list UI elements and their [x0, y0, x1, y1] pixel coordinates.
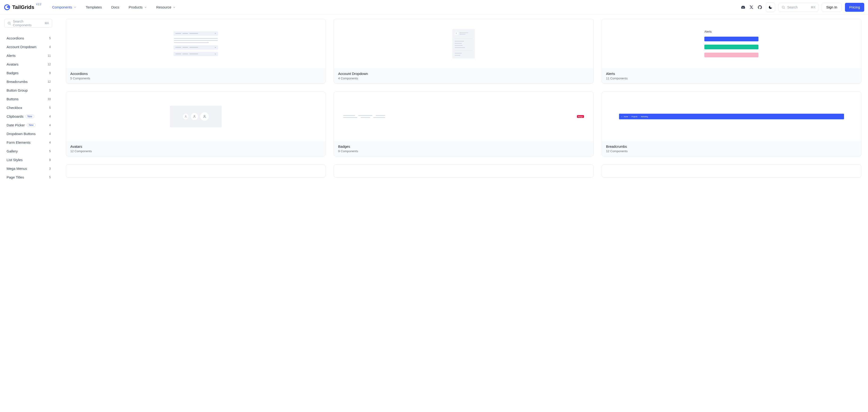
sidebar-item-gallery[interactable]: Gallery5 [7, 147, 51, 155]
github-icon[interactable] [757, 5, 763, 10]
sidebar-item-badges[interactable]: Badges9 [7, 69, 51, 77]
sidebar-item-label: Avatars [7, 62, 19, 66]
sidebar-item-count: 5 [49, 106, 51, 109]
sidebar-list[interactable]: Accordions5Account Dropdown4Alerts11Avat… [4, 34, 52, 182]
card-preview [66, 19, 326, 68]
signin-button[interactable]: Sign In [822, 3, 842, 12]
chevron-down-icon [214, 53, 216, 55]
sidebar-item-checkbox[interactable]: Checkbox5 [7, 104, 51, 111]
x-twitter-icon[interactable] [749, 5, 754, 10]
theme-toggle[interactable] [766, 3, 775, 12]
card-preview [334, 165, 593, 177]
discord-icon[interactable] [740, 5, 745, 10]
sidebar-item-accordions[interactable]: Accordions5 [7, 34, 51, 42]
preview-badges: Badge [339, 115, 588, 118]
sidebar-item-count: 3 [49, 89, 51, 92]
card-sub: 5 Components [70, 76, 321, 80]
sidebar-item-page-titles[interactable]: Page Titles5 [7, 173, 51, 181]
sidebar-item-count: 5 [49, 176, 51, 179]
sidebar-item-label: Badges [7, 71, 19, 75]
nav-resource[interactable]: Resource [156, 5, 176, 9]
main-nav: ComponentsTemplatesDocsProductsResource [52, 5, 176, 9]
card-badges[interactable]: Badge Badges 9 Components [334, 92, 593, 157]
sidebar-item-dropdown-buttons[interactable]: Dropdown Buttons4 [7, 130, 51, 138]
sidebar-item-alerts[interactable]: Alerts11 [7, 52, 51, 60]
header-right: Search ⌘K Sign In Pricing [740, 3, 864, 12]
crumb: Marketing [641, 116, 648, 117]
sidebar-item-button-group[interactable]: Button Group3 [7, 87, 51, 94]
card-alerts[interactable]: Alerts Alerts 11 Components [601, 19, 861, 83]
card-partial[interactable] [66, 164, 326, 178]
nav-components[interactable]: Components [52, 5, 76, 9]
crumb: Home [624, 116, 628, 117]
sidebar-item-clipboards[interactable]: ClipboardsNew4 [7, 112, 51, 120]
sidebar-item-label: Mega Menus [7, 167, 27, 171]
sidebar-item-count: 33 [48, 98, 51, 101]
new-badge: New [27, 123, 36, 127]
chevron-down-icon [144, 6, 147, 9]
badge-preview: Badge [577, 115, 584, 118]
sidebar-item-form-elements[interactable]: Form Elements4 [7, 139, 51, 146]
card-partial[interactable] [601, 164, 861, 178]
sidebar-item-count: 4 [49, 124, 51, 127]
user-icon [183, 114, 189, 119]
nav-label: Resource [156, 5, 172, 9]
sidebar-item-buttons[interactable]: Buttons33 [7, 95, 51, 103]
sidebar-item-account-dropdown[interactable]: Account Dropdown4 [7, 43, 51, 51]
nav-templates[interactable]: Templates [86, 5, 102, 9]
sidebar-item-count: 3 [49, 167, 51, 170]
card-footer: Badges 9 Components [334, 141, 593, 156]
top-header: TailGrids V.2.2 ComponentsTemplatesDocsP… [0, 0, 868, 14]
sidebar-item-list-styles[interactable]: List Styles9 [7, 156, 51, 164]
card-preview [66, 165, 326, 177]
home-icon: ⌂ [621, 116, 622, 117]
svg-point-1 [8, 22, 10, 24]
sidebar-item-mega-menus[interactable]: Mega Menus3 [7, 165, 51, 172]
card-sub: 12 Components [70, 149, 321, 153]
sidebar-item-label: Breadcrumbs [7, 80, 28, 83]
pricing-button[interactable]: Pricing [845, 3, 864, 12]
nav-label: Components [52, 5, 72, 9]
crumb: Projects [631, 116, 638, 117]
sidebar-item-count: 4 [49, 141, 51, 144]
header-left: TailGrids V.2.2 ComponentsTemplatesDocsP… [4, 4, 176, 10]
card-title: Alerts [606, 72, 857, 76]
logo[interactable]: TailGrids V.2.2 [4, 4, 34, 10]
card-sub: 9 Components [338, 149, 589, 153]
top-search-kbd: ⌘K [811, 6, 815, 9]
sidebar-item-label: Dropdown Buttons [7, 132, 35, 136]
sidebar-item-count: 4 [49, 115, 51, 118]
card-sub: 11 Components [606, 76, 857, 80]
sidebar-item-count: 5 [49, 150, 51, 153]
nav-docs[interactable]: Docs [111, 5, 119, 9]
card-preview: Badge [334, 92, 593, 141]
sidebar-search[interactable]: Search Components ⌘K [4, 19, 52, 28]
preview-dropdown [452, 29, 475, 59]
card-preview [334, 19, 593, 68]
card-sub: 12 Components [606, 149, 857, 153]
card-account-dropdown[interactable]: Account Dropdown 4 Components [334, 19, 593, 83]
user-icon [191, 113, 198, 120]
chevron-down-icon [73, 6, 76, 9]
sidebar-item-count: 12 [48, 80, 51, 83]
card-accordions[interactable]: Accordions 5 Components [66, 19, 326, 83]
card-sub: 4 Components [338, 76, 589, 80]
sidebar-item-date-picker[interactable]: Date PickerNew4 [7, 121, 51, 129]
sidebar-item-label: Checkbox [7, 106, 22, 110]
nav-label: Products [129, 5, 143, 9]
svg-point-2 [456, 33, 457, 33]
nav-label: Docs [111, 5, 119, 9]
sidebar-item-avatars[interactable]: Avatars12 [7, 60, 51, 68]
nav-products[interactable]: Products [129, 5, 147, 9]
user-icon [200, 112, 209, 121]
card-partial[interactable] [334, 164, 593, 178]
top-search[interactable]: Search ⌘K [778, 3, 818, 12]
sidebar-item-count: 11 [48, 54, 51, 57]
sidebar-item-label: Button Group [7, 88, 28, 92]
sidebar-item-label: Form Elements [7, 140, 31, 144]
alerts-label: Alerts [704, 30, 758, 33]
card-avatars[interactable]: Avatars 12 Components [66, 92, 326, 157]
card-breadcrumbs[interactable]: ⌂ Home › Projects › Marketing Breadcrumb… [601, 92, 861, 157]
sidebar-search-kbd: ⌘K [44, 22, 49, 25]
sidebar-item-breadcrumbs[interactable]: Breadcrumbs12 [7, 78, 51, 85]
